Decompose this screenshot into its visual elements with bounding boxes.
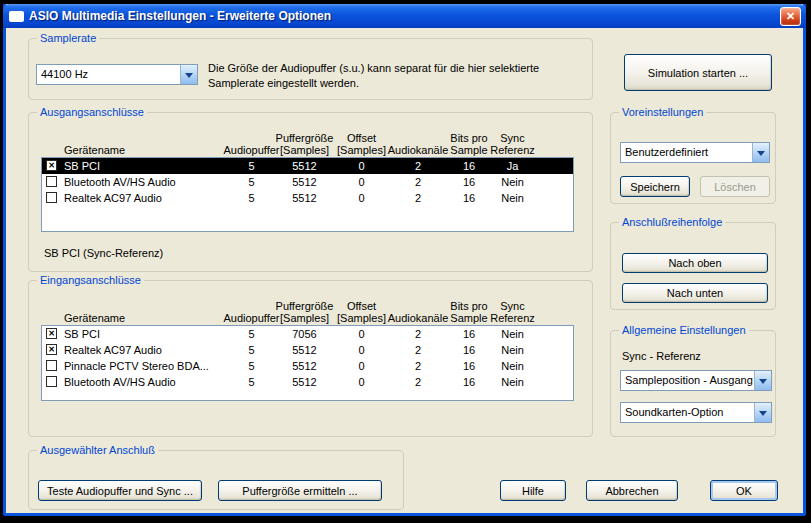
presets-combobox[interactable]: Benutzerdefiniert: [620, 142, 770, 163]
outputs-device-list[interactable]: ✕SB PCI555120216JaBluetooth AV/HS Audio5…: [41, 157, 574, 232]
ok-button[interactable]: OK: [710, 480, 778, 501]
row-checkbox[interactable]: ✕: [42, 342, 64, 358]
header-checkbox-spacer: [42, 126, 64, 156]
cell-offset: 0: [333, 358, 390, 374]
device-row[interactable]: ✕SB PCI555120216Ja: [42, 158, 573, 174]
simulation-start-button[interactable]: Simulation starten ...: [624, 54, 772, 91]
asio-settings-dialog: ASIO Multimedia Einstellungen - Erweiter…: [3, 4, 806, 516]
column-header-channels: Audiokanäle: [390, 126, 446, 156]
cell-size: 5512: [276, 374, 333, 390]
cell-channels: 2: [390, 342, 446, 358]
move-down-button[interactable]: Nach unten: [622, 283, 768, 303]
chevron-down-icon[interactable]: [180, 65, 197, 84]
cell-buffers: 5: [227, 158, 276, 174]
device-row[interactable]: Bluetooth AV/HS Audio555120216Nein: [42, 174, 573, 190]
outputs-sync-reference-text: SB PCI (Sync-Referenz): [44, 247, 163, 259]
cell-bits: 16: [446, 326, 492, 342]
cell-buffers: 5: [227, 190, 276, 206]
cell-buffers: 5: [227, 374, 276, 390]
row-checkbox[interactable]: [42, 374, 64, 390]
cell-size: 7056: [276, 326, 333, 342]
device-row[interactable]: Bluetooth AV/HS Audio555120216Nein: [42, 374, 573, 390]
outputs-group-label: Ausgangsanschlüsse: [37, 106, 147, 119]
cell-sync: Nein: [492, 326, 573, 342]
row-checkbox[interactable]: [42, 174, 64, 190]
cell-sync: Nein: [492, 374, 573, 390]
cell-size: 5512: [276, 342, 333, 358]
row-checkbox[interactable]: ✕: [42, 326, 64, 342]
device-name: Realtek AC97 Audio: [64, 342, 227, 358]
cell-channels: 2: [390, 326, 446, 342]
cell-offset: 0: [333, 174, 390, 190]
cell-sync: Ja: [492, 158, 573, 174]
move-up-button[interactable]: Nach oben: [622, 253, 768, 273]
column-header-audio-buffers: Audiopuffer: [227, 294, 276, 324]
sync-reference-value: Sampleposition - Ausgang: [621, 371, 754, 390]
checkbox-icon: [46, 376, 57, 387]
row-checkbox[interactable]: [42, 190, 64, 206]
chevron-down-icon[interactable]: [754, 403, 771, 422]
device-name: SB PCI: [64, 158, 227, 174]
test-buffers-button[interactable]: Teste Audiopuffer und Sync ...: [38, 480, 202, 501]
column-header-buffer-size: Puffergröße[Samples]: [276, 126, 333, 156]
header-checkbox-spacer: [42, 294, 64, 324]
checkbox-icon: [46, 192, 57, 203]
chevron-down-icon[interactable]: [752, 143, 769, 162]
presets-group-label: Voreinstellungen: [619, 106, 706, 119]
cell-channels: 2: [390, 358, 446, 374]
help-button[interactable]: Hilfe: [500, 480, 566, 501]
cell-size: 5512: [276, 158, 333, 174]
title-bar[interactable]: ASIO Multimedia Einstellungen - Erweiter…: [3, 4, 806, 28]
detect-buffer-size-button[interactable]: Puffergröße ermitteln ...: [218, 480, 382, 501]
cell-offset: 0: [333, 374, 390, 390]
device-name: Realtek AC97 Audio: [64, 190, 227, 206]
window-icon: [9, 11, 24, 22]
row-checkbox[interactable]: [42, 358, 64, 374]
inputs-device-list[interactable]: ✕SB PCI570560216Nein✕Realtek AC97 Audio5…: [41, 325, 574, 401]
close-button[interactable]: ✕: [780, 7, 801, 26]
sync-reference-combobox[interactable]: Sampleposition - Ausgang: [620, 370, 772, 391]
device-row[interactable]: Pinnacle PCTV Stereo BDA...555120216Nein: [42, 358, 573, 374]
cell-bits: 16: [446, 158, 492, 174]
sync-reference-label: Sync - Referenz: [622, 350, 701, 362]
close-icon: ✕: [786, 11, 795, 22]
column-header-audio-buffers: Audiopuffer: [227, 126, 276, 156]
delete-button: Löschen: [700, 176, 770, 197]
device-name: Pinnacle PCTV Stereo BDA...: [64, 358, 227, 374]
selected-port-group-label: Ausgewählter Anschluß: [37, 444, 158, 457]
cell-size: 5512: [276, 358, 333, 374]
device-row[interactable]: ✕Realtek AC97 Audio555120216Nein: [42, 342, 573, 358]
cell-buffers: 5: [227, 358, 276, 374]
cell-sync: Nein: [492, 358, 573, 374]
cell-sync: Nein: [492, 190, 573, 206]
inputs-table-header: Gerätename Audiopuffer Puffergröße[Sampl…: [42, 294, 573, 324]
device-row[interactable]: ✕SB PCI570560216Nein: [42, 326, 573, 342]
soundcard-option-combobox[interactable]: Soundkarten-Option: [620, 402, 772, 423]
checkbox-icon: ✕: [46, 160, 57, 171]
cell-buffers: 5: [227, 174, 276, 190]
checkbox-icon: ✕: [46, 344, 57, 355]
cell-size: 5512: [276, 174, 333, 190]
cell-offset: 0: [333, 158, 390, 174]
column-header-offset: Offset[Samples]: [333, 126, 390, 156]
cell-channels: 2: [390, 174, 446, 190]
chevron-down-icon[interactable]: [754, 371, 771, 390]
column-header-device-name: Gerätename: [64, 126, 227, 156]
cell-sync: Nein: [492, 174, 573, 190]
cancel-button[interactable]: Abbrechen: [586, 480, 678, 501]
general-settings-group-label: Allgemeine Einstellungen: [619, 324, 749, 337]
cell-bits: 16: [446, 174, 492, 190]
cell-offset: 0: [333, 190, 390, 206]
column-header-bits: Bits proSample: [446, 126, 492, 156]
presets-value: Benutzerdefiniert: [621, 143, 752, 162]
device-name: Bluetooth AV/HS Audio: [64, 174, 227, 190]
cell-size: 5512: [276, 190, 333, 206]
save-button[interactable]: Speichern: [620, 176, 690, 197]
inputs-group-label: Eingangsanschlüsse: [37, 274, 144, 287]
cell-bits: 16: [446, 358, 492, 374]
cell-offset: 0: [333, 342, 390, 358]
cell-sync: Nein: [492, 342, 573, 358]
samplerate-combobox[interactable]: 44100 Hz: [36, 64, 198, 85]
row-checkbox[interactable]: ✕: [42, 158, 64, 174]
device-row[interactable]: Realtek AC97 Audio555120216Nein: [42, 190, 573, 206]
